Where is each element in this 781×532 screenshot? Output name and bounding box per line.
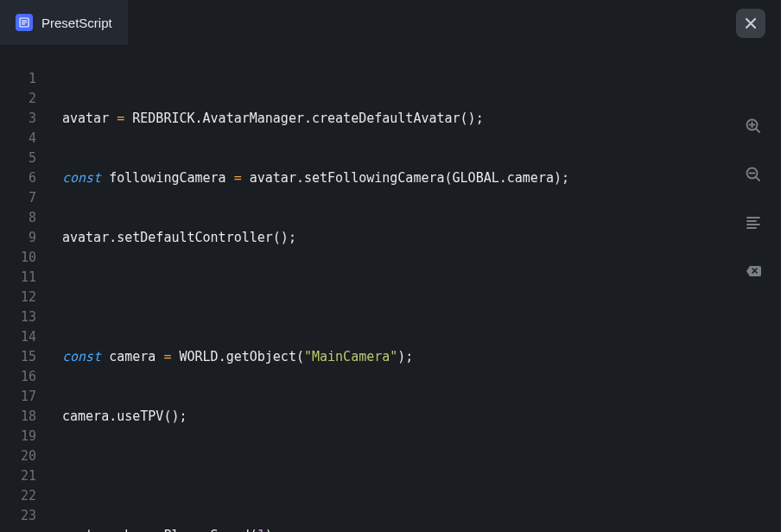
code-line: const followingCamera = avatar.setFollow… xyxy=(62,168,781,188)
line-number: 16 xyxy=(0,367,43,387)
line-number: 19 xyxy=(0,427,43,446)
line-number: 15 xyxy=(0,347,43,367)
line-number: 18 xyxy=(0,407,43,427)
file-tab[interactable]: PresetScript xyxy=(0,0,128,45)
line-number: 20 xyxy=(0,446,43,466)
backspace-icon xyxy=(745,263,762,280)
code-line: avatar.setDefaultController(); xyxy=(62,228,781,248)
code-line xyxy=(62,288,781,307)
line-number: 12 xyxy=(0,288,43,307)
line-number: 6 xyxy=(0,168,43,188)
zoom-in-icon xyxy=(745,117,762,135)
editor[interactable]: 1 2 3 4 5 6 7 8 9 10 11 12 13 14 15 16 1… xyxy=(0,45,781,532)
line-number: 21 xyxy=(0,466,43,486)
line-gutter: 1 2 3 4 5 6 7 8 9 10 11 12 13 14 15 16 1… xyxy=(0,45,43,532)
script-file-icon xyxy=(16,14,33,31)
code-line xyxy=(62,466,781,486)
line-number: 23 xyxy=(0,506,43,526)
delete-button[interactable] xyxy=(741,259,765,283)
code-line: camera.useTPV(); xyxy=(62,407,781,427)
tab-title: PresetScript xyxy=(41,16,112,30)
zoom-out-icon xyxy=(745,166,762,183)
code-line: avatar = REDBRICK.AvatarManager.createDe… xyxy=(62,109,781,129)
line-number: 10 xyxy=(0,248,43,268)
zoom-out-button[interactable] xyxy=(741,162,765,187)
format-button[interactable] xyxy=(741,211,765,235)
line-number: 8 xyxy=(0,208,43,228)
zoom-in-button[interactable] xyxy=(741,114,765,138)
line-number: 2 xyxy=(0,89,43,109)
title-bar: PresetScript xyxy=(0,0,781,45)
code-line: avatar.changePlayerSpeed(1); xyxy=(62,526,781,532)
line-number: 5 xyxy=(0,149,43,168)
line-number: 9 xyxy=(0,228,43,248)
line-number: 17 xyxy=(0,387,43,407)
line-number: 1 xyxy=(0,69,43,89)
line-number: 11 xyxy=(0,268,43,288)
code-area[interactable]: avatar = REDBRICK.AvatarManager.createDe… xyxy=(43,45,781,532)
line-number: 4 xyxy=(0,129,43,149)
line-number: 13 xyxy=(0,307,43,327)
close-button[interactable] xyxy=(736,9,765,38)
line-number: 3 xyxy=(0,109,43,129)
line-number: 14 xyxy=(0,327,43,347)
editor-side-tools xyxy=(736,114,771,283)
align-left-icon xyxy=(745,214,762,231)
close-icon xyxy=(745,17,757,29)
code-line: const camera = WORLD.getObject("MainCame… xyxy=(62,347,781,367)
line-number: 22 xyxy=(0,486,43,506)
line-number: 7 xyxy=(0,188,43,208)
